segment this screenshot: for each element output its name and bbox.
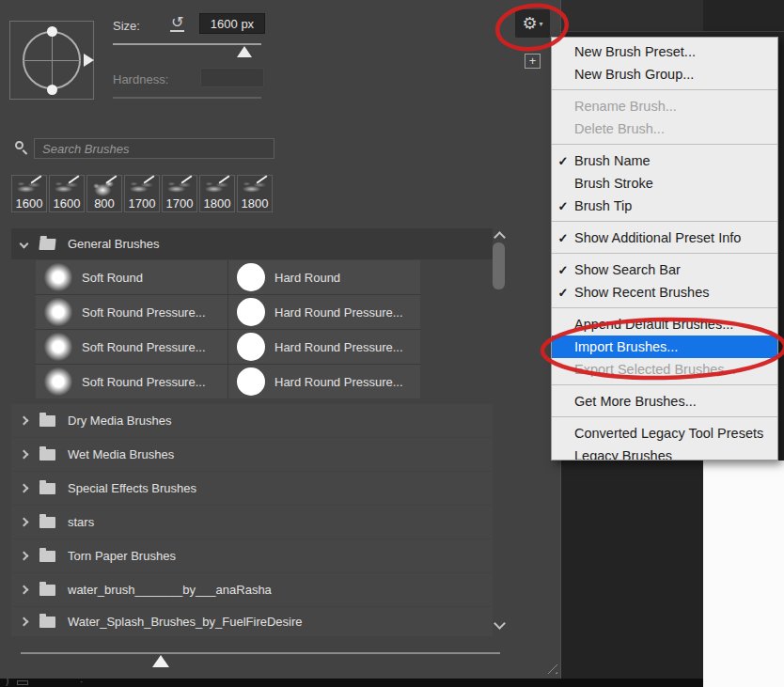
menu-item-label: Show Recent Brushes [574,285,709,300]
brush-group-row[interactable]: stars [11,506,493,539]
menu-item-label: Brush Stroke [574,176,653,191]
scroll-down-icon[interactable] [494,617,506,630]
chevron-down-icon[interactable] [20,240,29,249]
gear-icon: ⚙ [522,15,537,32]
folder-icon [39,517,55,528]
menu-item-label: Show Search Bar [574,262,681,277]
recent-brush-tile[interactable]: 1600 [49,175,85,212]
chevron-right-icon[interactable] [20,617,29,627]
brush-group-row[interactable]: Special Effects Brushes [11,472,493,505]
brush-item[interactable]: Hard Round Pressure... [228,295,420,329]
brush-group-row[interactable]: Water_Splash_Brushes_by_FuelFireDesire [11,607,493,636]
menu-item-show-search-bar[interactable]: ✓Show Search Bar [552,258,777,281]
menu-item-get-more-brushes[interactable]: Get More Brushes... [552,390,777,413]
search-icon [15,141,28,154]
folder-icon [39,415,55,427]
brush-item[interactable]: Soft Round Pressure... [36,365,227,398]
brush-item[interactable]: Soft Round [36,260,227,294]
menu-item-label: Append Default Brushes... [574,317,733,332]
brush-item[interactable]: Hard Round Pressure... [228,330,420,364]
brush-name: Soft Round Pressure... [82,305,206,320]
reset-size-button[interactable]: ↺ [170,15,184,32]
vertical-scrollbar-thumb[interactable] [493,242,505,289]
angle-handle-bottom[interactable] [47,85,57,95]
menu-item-brush-stroke[interactable]: Brush Stroke [552,172,777,195]
panel-menu-button[interactable]: ⚙ ▾ [515,9,550,38]
panel-resize-grip[interactable] [541,660,557,674]
backdrop-divider [559,31,784,32]
menu-item-delete-brush[interactable]: Delete Brush... [552,117,777,140]
brush-size-label: 1600 [12,196,46,211]
menu-separator [552,221,777,222]
brush-stroke-thumbnail [164,177,196,197]
recent-brush-tile[interactable]: 1700 [124,175,160,212]
chevron-right-icon[interactable] [20,552,29,561]
soft-round-brush-icon [44,298,72,326]
brush-group-general[interactable]: General Brushes [11,228,493,259]
chevron-right-icon[interactable] [20,518,29,527]
brush-angle-control[interactable] [9,21,94,100]
angle-handle-top[interactable] [47,26,57,37]
recent-brush-tile[interactable]: 800 [86,175,122,212]
preview-size-slider-thumb[interactable] [152,655,169,667]
angle-arrow[interactable] [84,54,94,67]
brush-stroke-thumbnail [126,177,158,197]
size-input[interactable] [199,13,265,34]
menu-item-legacy-brushes[interactable]: Legacy Brushes [552,445,777,461]
brush-group-row[interactable]: Wet Media Brushes [11,438,493,471]
brush-item[interactable]: Soft Round Pressure... [36,295,227,329]
preview-size-slider-track[interactable] [21,652,500,654]
brush-size-label: 800 [87,196,121,211]
recent-brush-tile[interactable]: 1700 [162,175,197,212]
brush-group-row[interactable]: Torn Paper Brushes [11,539,493,572]
menu-item-export-selected-brushes[interactable]: Export Selected Brushes... [552,358,777,381]
menu-item-show-additional-preset-info[interactable]: ✓Show Additional Preset Info [552,226,777,249]
scroll-up-icon[interactable] [494,231,506,243]
brush-item[interactable]: Soft Round Pressure... [36,330,227,364]
menu-separator [552,89,777,90]
menu-item-converted-legacy-tool-presets[interactable]: Converted Legacy Tool Presets [552,422,777,445]
brush-name: Hard Round Pressure... [274,305,403,320]
menu-item-label: Delete Brush... [574,121,665,136]
brushes-panel-screenshot: ) · Size: ↺ Hardness: 160016008001700170… [0,0,784,687]
panel-flyout-menu: New Brush Preset...New Brush Group...Ren… [551,37,778,461]
brush-name: Soft Round [82,271,143,285]
recent-brush-tile[interactable]: 1600 [11,175,47,212]
brush-group-row[interactable]: water_brush_______by___anaRasha [11,573,493,606]
menu-separator [552,384,777,385]
brush-size-label: 1800 [200,196,234,211]
brush-size-label: 1800 [238,196,272,211]
recent-brush-tile[interactable]: 1800 [199,175,235,212]
chevron-right-icon[interactable] [20,450,29,460]
group-label: Special Effects Brushes [68,481,196,495]
menu-item-show-recent-brushes[interactable]: ✓Show Recent Brushes [552,281,777,304]
size-label: Size: [113,19,140,33]
menu-item-label: Show Additional Preset Info [574,230,741,245]
menu-item-new-brush-group[interactable]: New Brush Group... [552,63,777,86]
chevron-right-icon[interactable] [20,484,29,493]
brush-group-row[interactable]: Dry Media Brushes [11,404,493,437]
chevron-right-icon[interactable] [20,586,29,595]
brush-item[interactable]: Hard Round Pressure... [228,365,420,398]
menu-item-label: New Brush Preset... [574,44,696,59]
menu-item-label: Rename Brush... [574,99,677,114]
brush-item[interactable]: Hard Round [228,260,420,294]
size-slider-track[interactable] [113,43,261,45]
backdrop-top-strip [559,0,784,31]
menu-item-brush-name[interactable]: ✓Brush Name [552,149,777,172]
search-input[interactable] [34,138,274,159]
menu-item-import-brushes[interactable]: Import Brushes... [552,336,777,358]
size-slider-thumb[interactable] [237,46,252,57]
menu-item-new-brush-preset[interactable]: New Brush Preset... [552,40,777,63]
soft-round-brush-icon [44,263,72,291]
new-brush-button[interactable]: + [525,54,541,69]
menu-item-brush-tip[interactable]: ✓Brush Tip [552,195,777,217]
brush-stroke-thumbnail [88,177,120,197]
recent-brush-tile[interactable]: 1800 [237,175,273,212]
menu-item-append-default-brushes[interactable]: Append Default Brushes... [552,313,777,336]
folder-icon [39,617,55,628]
menu-item-rename-brush[interactable]: Rename Brush... [552,95,777,117]
caret-down-icon: ▾ [540,20,543,28]
menu-item-label: Import Brushes... [574,339,678,354]
chevron-right-icon[interactable] [20,416,29,426]
